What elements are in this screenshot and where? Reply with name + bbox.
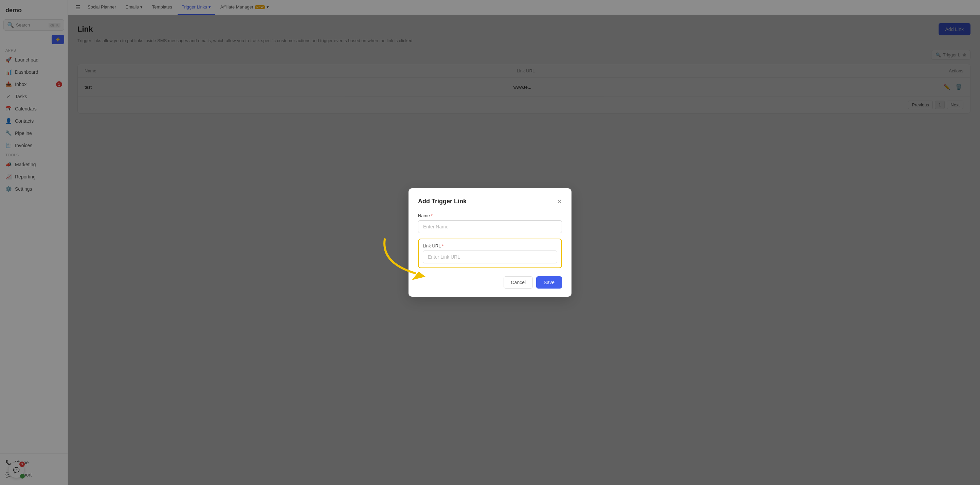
modal-footer: Cancel Save	[418, 276, 562, 289]
name-form-group: Name *	[418, 213, 562, 233]
url-input[interactable]	[423, 250, 557, 263]
name-label: Name *	[418, 213, 562, 218]
name-required-indicator: *	[431, 213, 433, 218]
name-input[interactable]	[418, 220, 562, 233]
modal-close-button[interactable]: ✕	[557, 198, 562, 204]
save-button[interactable]: Save	[536, 276, 562, 289]
add-trigger-link-modal: Add Trigger Link ✕ Name * Link URL * Can…	[409, 188, 571, 297]
cancel-button[interactable]: Cancel	[504, 276, 533, 289]
modal-title: Add Trigger Link	[418, 198, 466, 205]
url-form-group-highlighted: Link URL *	[418, 239, 562, 268]
modal-header: Add Trigger Link ✕	[418, 198, 562, 205]
modal-overlay: Add Trigger Link ✕ Name * Link URL * Can…	[0, 0, 980, 485]
url-label: Link URL *	[423, 243, 557, 249]
url-required-indicator: *	[442, 243, 444, 249]
